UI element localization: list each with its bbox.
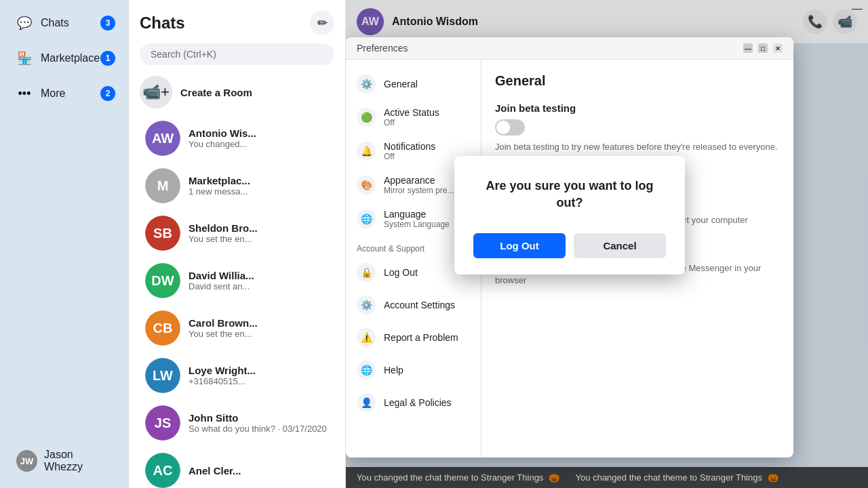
chat-item-3[interactable]: SB Sheldon Bro... You set the en...: [134, 210, 340, 256]
pref-language-label: Language System Language: [384, 209, 450, 229]
pref-maximize-button[interactable]: □: [758, 43, 768, 53]
chat-info: David Willia... David sent an...: [189, 270, 329, 291]
chat-preview: 1 new messa...: [189, 186, 329, 197]
chat-name: Loye Wright...: [189, 365, 329, 376]
nav-item-chats[interactable]: 💬 Chats 3: [5, 7, 123, 39]
chat-preview: You changed...: [189, 139, 329, 149]
chat-avatar: AC: [145, 453, 180, 488]
search-placeholder: Search (Ctrl+K): [151, 49, 216, 60]
create-room-button[interactable]: 📹+ Create a Room: [129, 70, 345, 114]
nav-item-marketplace[interactable]: 🏪 Marketplace 1: [5, 42, 123, 75]
chat-list-panel: Chats ✏ Search (Ctrl+K) 📹+ Create a Room…: [129, 0, 346, 488]
chat-item-5[interactable]: CB Carol Brown... You set the en...: [134, 305, 340, 351]
beta-setting-desc: Join beta testing to try new features be…: [495, 141, 780, 153]
chat-list: AW Antonio Wis... You changed... M Marke…: [129, 114, 345, 488]
chat-avatar: SB: [145, 216, 180, 251]
account-settings-icon: ⚙️: [357, 296, 376, 314]
chats-icon: 💬: [16, 15, 33, 31]
language-icon: 🌐: [357, 209, 376, 228]
chat-name: David Willia...: [189, 270, 329, 281]
compose-button[interactable]: ✏: [310, 11, 334, 35]
beta-toggle[interactable]: [495, 119, 525, 136]
user-profile[interactable]: JW Jason Whezzy: [5, 441, 123, 481]
help-icon: 🌐: [357, 361, 376, 380]
notifications-icon: 🔔: [357, 142, 376, 161]
avatar-circle: DW: [145, 263, 180, 298]
chat-content-area: — AW Antonio Wisdom 📞 📹 You changed the …: [346, 0, 868, 488]
avatar-circle: LW: [145, 358, 180, 393]
pref-close-button[interactable]: ✕: [773, 43, 783, 53]
pref-item-account-settings[interactable]: ⚙️ Account Settings: [346, 289, 481, 321]
chat-avatar: DW: [145, 263, 180, 298]
chat-preview: +316840515...: [189, 376, 329, 386]
chat-item-1[interactable]: AW Antonio Wis... You changed...: [134, 115, 340, 161]
chat-name: Antonio Wis...: [189, 127, 329, 139]
logout-cancel-button[interactable]: Cancel: [574, 233, 666, 258]
chat-preview: You set the en...: [189, 329, 329, 339]
create-room-label: Create a Room: [180, 87, 252, 98]
pref-appearance-label: Appearance Mirror system pre...: [384, 175, 454, 195]
chat-info: Marketplac... 1 new messa...: [189, 175, 329, 197]
chat-preview: So what do you think? · 03/17/2020: [189, 424, 329, 434]
pref-report-label: Report a Problem: [384, 332, 458, 343]
avatar-circle: M: [145, 168, 180, 203]
search-bar[interactable]: Search (Ctrl+K): [140, 43, 334, 65]
more-icon: •••: [16, 85, 33, 102]
user-name: Jason Whezzy: [44, 449, 113, 473]
chat-info: Antonio Wis... You changed...: [189, 127, 329, 149]
avatar-circle: CB: [145, 310, 180, 346]
chat-item-4[interactable]: DW David Willia... David sent an...: [134, 258, 340, 304]
pref-help-label: Help: [384, 365, 403, 375]
report-icon: ⚠️: [357, 328, 376, 347]
logout-question: Are you sure you want to log out?: [473, 178, 666, 211]
chat-preview: David sent an...: [189, 281, 329, 291]
beta-toggle-thumb: [496, 121, 510, 134]
chat-item-6[interactable]: LW Loye Wright... +316840515...: [134, 352, 340, 399]
chat-info: Loye Wright... +316840515...: [189, 365, 329, 386]
chat-item-2[interactable]: M Marketplac... 1 new messa...: [134, 163, 340, 209]
logout-confirm-button[interactable]: Log Out: [473, 233, 566, 258]
pref-item-help[interactable]: 🌐 Help: [346, 354, 481, 386]
chat-name: Sheldon Bro...: [189, 222, 329, 234]
pref-item-active-status[interactable]: 🟢 Active Status Off: [346, 100, 481, 134]
avatar-circle: SB: [145, 216, 180, 251]
marketplace-badge: 1: [100, 51, 115, 66]
chat-avatar: JS: [145, 405, 180, 441]
chat-avatar: AW: [145, 121, 180, 156]
preferences-title: Preferences: [357, 43, 408, 54]
nav-label-marketplace: Marketplace: [41, 52, 100, 64]
pref-item-legal[interactable]: 👤 Legal & Policies: [346, 386, 481, 419]
chat-panel-header: Chats ✏: [129, 0, 345, 41]
marketplace-icon: 🏪: [16, 50, 33, 66]
user-avatar: JW: [16, 450, 37, 472]
appearance-icon: 🎨: [357, 176, 376, 195]
pref-logout-label: Log Out: [384, 267, 418, 278]
pref-minimize-button[interactable]: —: [743, 43, 753, 53]
chat-name: John Sitto: [189, 412, 329, 424]
nav-item-more[interactable]: ••• More 2: [5, 77, 123, 110]
chat-info: Anel Cler...: [189, 465, 329, 476]
nav-label-more: More: [41, 87, 65, 100]
compose-icon: ✏: [317, 16, 328, 30]
chat-name: Carol Brown...: [189, 317, 329, 329]
pref-item-report[interactable]: ⚠️ Report a Problem: [346, 321, 481, 354]
chat-preview: You set the en...: [189, 234, 329, 244]
active-status-icon: 🟢: [357, 108, 376, 127]
chat-avatar: CB: [145, 310, 180, 346]
pref-item-general[interactable]: ⚙️ General: [346, 68, 481, 100]
chat-item-8[interactable]: AC Anel Cler...: [134, 447, 340, 488]
avatar-circle: AW: [145, 121, 180, 156]
chat-name: Marketplac...: [189, 175, 329, 186]
more-badge: 2: [100, 86, 115, 101]
pref-active-status-label: Active Status Off: [384, 107, 439, 127]
legal-icon: 👤: [357, 393, 376, 412]
left-navigation: 💬 Chats 3 🏪 Marketplace 1 ••• More 2 JW …: [0, 0, 129, 488]
create-room-icon: 📹+: [140, 76, 172, 108]
general-icon: ⚙️: [357, 75, 376, 94]
chat-item-7[interactable]: JS John Sitto So what do you think? · 03…: [134, 400, 340, 446]
chat-avatar: LW: [145, 358, 180, 393]
pref-notifications-label: Notifications Off: [384, 141, 435, 161]
beta-setting-label: Join beta testing: [495, 102, 780, 114]
pref-window-controls: — □ ✕: [743, 43, 783, 53]
logout-dialog: Are you sure you want to log out? Log Ou…: [454, 156, 685, 274]
